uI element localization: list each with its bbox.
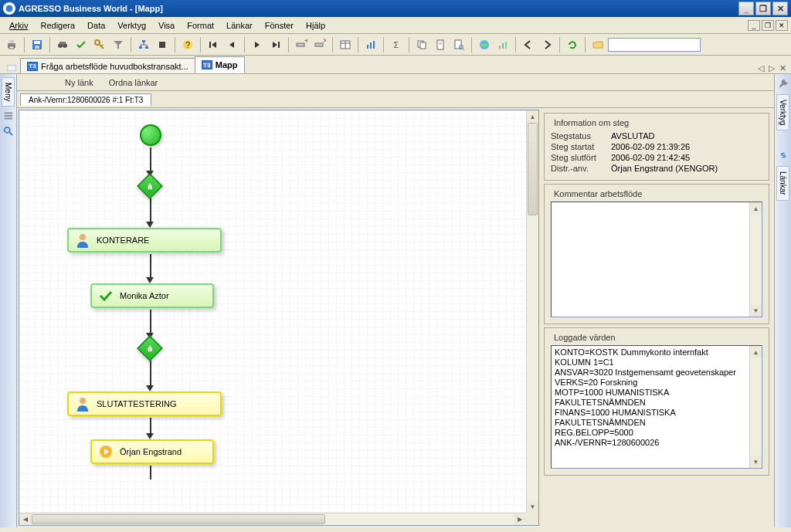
svg-rect-14	[159, 42, 165, 48]
svg-rect-12	[139, 46, 142, 49]
minimize-button[interactable]: _	[738, 2, 754, 15]
info-value: AVSLUTAD	[611, 131, 654, 141]
maximize-button[interactable]: ❐	[755, 2, 771, 15]
ordna-lankar-link[interactable]: Ordna länkar	[106, 76, 161, 89]
filter-icon[interactable]	[110, 36, 127, 53]
print-icon[interactable]	[3, 36, 20, 53]
link-icon[interactable]	[777, 149, 789, 161]
loggade-textarea[interactable]: KONTO=KOSTK Dummykonto internfakt KOLUMN…	[551, 345, 762, 469]
textbox-scrollbar[interactable]: ▲▼	[749, 346, 762, 468]
toolbar: ? + × Σ	[0, 34, 791, 56]
svg-rect-43	[4, 113, 12, 114]
hierarchy-icon[interactable]	[135, 36, 152, 53]
next-icon[interactable]	[249, 36, 266, 53]
svg-rect-27	[370, 42, 372, 49]
stop-icon[interactable]	[154, 36, 171, 53]
info-label: Steg slutfört	[551, 153, 605, 162]
save-icon[interactable]	[29, 36, 46, 53]
forward-icon[interactable]	[538, 36, 555, 53]
vertical-scrollbar[interactable]: ▲ ▼	[526, 110, 538, 513]
scroll-down-icon[interactable]: ▼	[750, 304, 762, 317]
task-konterare[interactable]: KONTERARE	[67, 228, 222, 252]
scroll-down-icon[interactable]: ▼	[750, 456, 762, 468]
start-node[interactable]	[140, 124, 161, 146]
scroll-left-icon[interactable]: ◀	[19, 513, 32, 525]
mdi-minimize-button[interactable]: _	[748, 20, 760, 31]
prev-icon[interactable]	[223, 36, 240, 53]
globe-icon[interactable]	[476, 36, 493, 53]
tabstrip-prev-icon[interactable]: ◁	[755, 63, 766, 73]
first-icon[interactable]	[205, 36, 222, 53]
menu-verktyg[interactable]: Verktyg	[111, 19, 152, 32]
back-icon[interactable]	[520, 36, 537, 53]
right-rail-lankar[interactable]: Länkar	[776, 166, 789, 201]
left-rail-meny[interactable]: Meny	[2, 77, 15, 107]
refresh-icon[interactable]	[564, 36, 581, 53]
folder-icon[interactable]	[589, 36, 606, 53]
task-monika[interactable]: Monika Aztor	[90, 283, 214, 308]
order-icon[interactable]	[2, 110, 15, 122]
table-icon[interactable]	[337, 36, 354, 53]
tab-label: Fråga arbetsflöde huvudbokstransakt...	[41, 62, 188, 71]
scroll-right-icon[interactable]: ▶	[514, 513, 526, 525]
tabstrip-next-icon[interactable]: ▷	[766, 63, 777, 73]
horizontal-scrollbar[interactable]: ◀ ▶	[19, 513, 526, 525]
svg-point-0	[6, 5, 13, 12]
info-value: 2006-02-09 21:39:26	[611, 142, 690, 151]
copy-icon[interactable]	[413, 36, 430, 53]
search-document-icon[interactable]	[450, 36, 467, 53]
menu-redigera[interactable]: Redigera	[34, 19, 81, 32]
right-rail-verktyg[interactable]: Verktyg	[776, 94, 789, 130]
svg-text:?: ?	[185, 40, 190, 49]
help-icon[interactable]: ?	[179, 36, 196, 53]
wrench-icon[interactable]	[777, 77, 789, 90]
scroll-thumb[interactable]	[528, 123, 538, 215]
tab-mapp[interactable]: T3 Mapp	[195, 56, 245, 73]
key-icon[interactable]	[91, 36, 108, 53]
gateway-node-1[interactable]: ⋔	[137, 173, 163, 199]
menu-format[interactable]: Format	[181, 19, 220, 32]
scroll-up-icon[interactable]: ▲	[527, 110, 538, 123]
task-slutattestering[interactable]: SLUTATTESTERING	[67, 391, 222, 416]
magnifier-icon[interactable]	[2, 125, 15, 137]
ny-lank-link[interactable]: Ny länk	[62, 76, 97, 89]
textbox-scrollbar[interactable]: ▲▼	[749, 202, 762, 317]
mdi-close-button[interactable]: ✕	[776, 20, 788, 31]
tab-icon: T3	[202, 60, 212, 69]
workflow-canvas[interactable]: ⋔ KONTERARE Monika Aztor	[19, 110, 526, 513]
tabstrip-close-icon[interactable]: ✕	[777, 63, 788, 73]
menu-fonster[interactable]: Fönster	[259, 19, 300, 32]
scroll-down-icon[interactable]: ▼	[527, 500, 538, 513]
menu-hjalp[interactable]: Hjälp	[300, 19, 331, 32]
menu-visa[interactable]: Visa	[152, 19, 181, 32]
scroll-thumb[interactable]	[32, 514, 325, 524]
document-icon[interactable]	[432, 36, 449, 53]
tab-icon: T3	[27, 62, 38, 71]
right-rail: Verktyg Länkar	[774, 74, 791, 527]
gateway-node-2[interactable]: ⋔	[137, 335, 163, 361]
menu-lankar[interactable]: Länkar	[220, 19, 259, 32]
row-add-icon[interactable]: +	[293, 36, 310, 53]
svg-rect-44	[4, 116, 12, 117]
scroll-up-icon[interactable]: ▲	[750, 202, 762, 215]
svg-rect-41	[505, 42, 507, 49]
menu-arkiv[interactable]: Arkiv	[3, 19, 34, 32]
check-icon[interactable]	[73, 36, 90, 53]
svg-rect-9	[59, 42, 66, 44]
sum-icon[interactable]: Σ	[388, 36, 405, 53]
kommentar-textarea[interactable]: ▲▼	[551, 202, 762, 317]
row-remove-icon[interactable]: ×	[311, 36, 328, 53]
tab-fraga[interactable]: T3 Fråga arbetsflöde huvudbokstransakt..…	[20, 58, 195, 73]
mdi-restore-button[interactable]: ❐	[762, 20, 774, 31]
menu-data[interactable]: Data	[81, 19, 111, 32]
scroll-up-icon[interactable]: ▲	[750, 346, 762, 358]
last-icon[interactable]	[267, 36, 284, 53]
task-orjan[interactable]: Örjan Engstrand	[90, 439, 214, 464]
breadcrumb[interactable]: Ank-/Vernr:1280600026 #:1 Ft:T3	[20, 93, 151, 106]
chart-bars-icon[interactable]	[494, 36, 511, 53]
toolbar-search-input[interactable]	[608, 38, 701, 52]
chart-icon[interactable]	[362, 36, 379, 53]
close-button[interactable]: ✕	[772, 2, 788, 15]
info-label: Steg startat	[551, 142, 605, 151]
binoculars-icon[interactable]	[54, 36, 71, 53]
